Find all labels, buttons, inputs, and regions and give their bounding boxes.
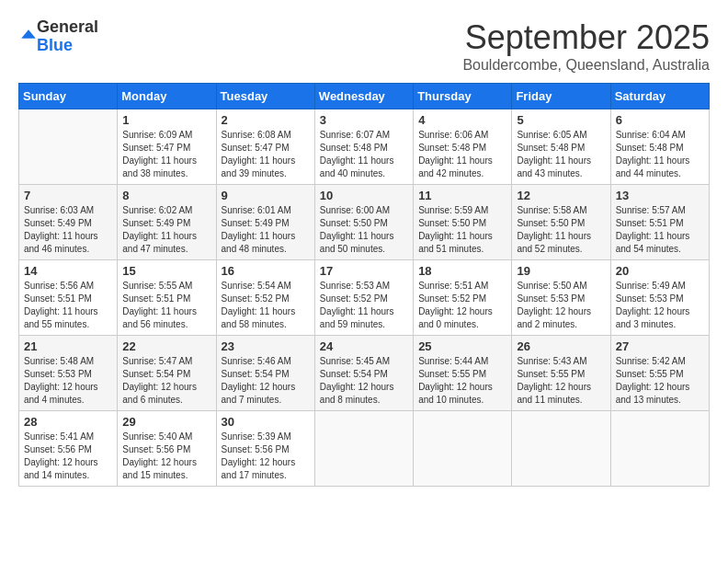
day-info: Sunrise: 5:55 AMSunset: 5:51 PMDaylight:… — [122, 280, 210, 331]
day-number: 24 — [320, 339, 408, 353]
day-number: 28 — [24, 415, 112, 429]
day-info: Sunrise: 5:53 AMSunset: 5:52 PMDaylight:… — [320, 280, 408, 331]
weekday-header-sunday: Sunday — [19, 84, 118, 109]
day-number: 29 — [122, 415, 210, 429]
calendar-cell: 12Sunrise: 5:58 AMSunset: 5:50 PMDayligh… — [512, 185, 610, 260]
calendar-cell: 18Sunrise: 5:51 AMSunset: 5:52 PMDayligh… — [414, 260, 512, 336]
day-number: 22 — [122, 339, 210, 353]
day-number: 6 — [616, 113, 704, 127]
calendar-cell: 27Sunrise: 5:42 AMSunset: 5:55 PMDayligh… — [610, 336, 709, 411]
calendar-cell: 6Sunrise: 6:04 AMSunset: 5:48 PMDaylight… — [610, 109, 709, 185]
day-number: 21 — [24, 339, 112, 353]
calendar-cell: 20Sunrise: 5:49 AMSunset: 5:53 PMDayligh… — [610, 260, 709, 336]
day-number: 13 — [616, 189, 704, 202]
calendar-cell: 10Sunrise: 6:00 AMSunset: 5:50 PMDayligh… — [314, 185, 413, 260]
day-info: Sunrise: 6:02 AMSunset: 5:49 PMDaylight:… — [122, 204, 210, 256]
day-info: Sunrise: 5:51 AMSunset: 5:52 PMDaylight:… — [418, 280, 506, 331]
day-info: Sunrise: 5:50 AMSunset: 5:53 PMDaylight:… — [517, 280, 605, 331]
day-number: 12 — [517, 189, 605, 202]
calendar-cell: 4Sunrise: 6:06 AMSunset: 5:48 PMDaylight… — [414, 109, 512, 185]
day-info: Sunrise: 6:05 AMSunset: 5:48 PMDaylight:… — [517, 129, 605, 180]
day-number: 10 — [320, 189, 408, 202]
calendar-cell — [314, 411, 413, 487]
calendar-cell — [512, 411, 610, 487]
calendar-week-row: 14Sunrise: 5:56 AMSunset: 5:51 PMDayligh… — [19, 260, 710, 336]
calendar-cell: 21Sunrise: 5:48 AMSunset: 5:53 PMDayligh… — [19, 336, 118, 411]
day-number: 23 — [222, 339, 310, 353]
calendar-cell: 5Sunrise: 6:05 AMSunset: 5:48 PMDaylight… — [512, 109, 610, 185]
weekday-header-thursday: Thursday — [414, 84, 512, 109]
weekday-header-saturday: Saturday — [610, 84, 709, 109]
calendar-cell — [19, 109, 118, 185]
calendar-cell: 3Sunrise: 6:07 AMSunset: 5:48 PMDaylight… — [314, 109, 413, 185]
calendar-cell: 16Sunrise: 5:54 AMSunset: 5:52 PMDayligh… — [216, 260, 314, 336]
day-info: Sunrise: 5:42 AMSunset: 5:55 PMDaylight:… — [616, 355, 704, 407]
day-number: 4 — [418, 113, 506, 127]
day-info: Sunrise: 6:06 AMSunset: 5:48 PMDaylight:… — [418, 129, 506, 180]
calendar-cell: 25Sunrise: 5:44 AMSunset: 5:55 PMDayligh… — [414, 336, 512, 411]
day-info: Sunrise: 5:44 AMSunset: 5:55 PMDaylight:… — [418, 355, 506, 407]
day-number: 26 — [517, 339, 605, 353]
calendar-cell: 7Sunrise: 6:03 AMSunset: 5:49 PMDaylight… — [19, 185, 118, 260]
day-number: 2 — [222, 113, 310, 127]
day-info: Sunrise: 6:04 AMSunset: 5:48 PMDaylight:… — [616, 129, 704, 180]
day-number: 7 — [24, 189, 112, 202]
calendar-cell: 14Sunrise: 5:56 AMSunset: 5:51 PMDayligh… — [19, 260, 118, 336]
day-number: 3 — [320, 113, 408, 127]
calendar-week-row: 1Sunrise: 6:09 AMSunset: 5:47 PMDaylight… — [19, 109, 710, 185]
day-number: 1 — [122, 113, 210, 127]
calendar-table: SundayMondayTuesdayWednesdayThursdayFrid… — [18, 83, 710, 487]
day-info: Sunrise: 6:07 AMSunset: 5:48 PMDaylight:… — [320, 129, 408, 180]
calendar-cell: 29Sunrise: 5:40 AMSunset: 5:56 PMDayligh… — [118, 411, 216, 487]
page-header: General Blue September 2025 Bouldercombe… — [18, 18, 710, 74]
weekday-header-monday: Monday — [118, 84, 216, 109]
day-info: Sunrise: 6:09 AMSunset: 5:47 PMDaylight:… — [122, 129, 210, 180]
day-number: 25 — [418, 339, 506, 353]
day-number: 18 — [418, 264, 506, 278]
day-number: 5 — [517, 113, 605, 127]
weekday-header-row: SundayMondayTuesdayWednesdayThursdayFrid… — [19, 84, 710, 109]
calendar-week-row: 7Sunrise: 6:03 AMSunset: 5:49 PMDaylight… — [19, 185, 710, 260]
day-number: 17 — [320, 264, 408, 278]
calendar-cell: 8Sunrise: 6:02 AMSunset: 5:49 PMDaylight… — [118, 185, 216, 260]
calendar-cell: 24Sunrise: 5:45 AMSunset: 5:54 PMDayligh… — [314, 336, 413, 411]
day-info: Sunrise: 5:45 AMSunset: 5:54 PMDaylight:… — [320, 355, 408, 407]
day-info: Sunrise: 5:59 AMSunset: 5:50 PMDaylight:… — [418, 204, 506, 256]
calendar-cell: 15Sunrise: 5:55 AMSunset: 5:51 PMDayligh… — [118, 260, 216, 336]
day-number: 27 — [616, 339, 704, 353]
calendar-week-row: 28Sunrise: 5:41 AMSunset: 5:56 PMDayligh… — [19, 411, 710, 487]
day-number: 30 — [222, 415, 310, 429]
day-info: Sunrise: 6:03 AMSunset: 5:49 PMDaylight:… — [24, 204, 112, 256]
calendar-week-row: 21Sunrise: 5:48 AMSunset: 5:53 PMDayligh… — [19, 336, 710, 411]
calendar-cell — [414, 411, 512, 487]
day-info: Sunrise: 5:41 AMSunset: 5:56 PMDaylight:… — [24, 431, 112, 482]
calendar-cell: 17Sunrise: 5:53 AMSunset: 5:52 PMDayligh… — [314, 260, 413, 336]
logo-general: General — [37, 18, 98, 37]
day-number: 9 — [222, 189, 310, 202]
day-info: Sunrise: 5:43 AMSunset: 5:55 PMDaylight:… — [517, 355, 605, 407]
calendar-cell: 30Sunrise: 5:39 AMSunset: 5:56 PMDayligh… — [216, 411, 314, 487]
calendar-cell: 9Sunrise: 6:01 AMSunset: 5:49 PMDaylight… — [216, 185, 314, 260]
day-info: Sunrise: 5:46 AMSunset: 5:54 PMDaylight:… — [222, 355, 310, 407]
logo-text: General Blue — [37, 18, 98, 55]
day-info: Sunrise: 5:56 AMSunset: 5:51 PMDaylight:… — [24, 280, 112, 331]
calendar-cell: 23Sunrise: 5:46 AMSunset: 5:54 PMDayligh… — [216, 336, 314, 411]
svg-marker-0 — [21, 29, 36, 39]
day-info: Sunrise: 5:58 AMSunset: 5:50 PMDaylight:… — [517, 204, 605, 256]
location-title: Bouldercombe, Queensland, Australia — [462, 57, 710, 74]
day-number: 19 — [517, 264, 605, 278]
day-info: Sunrise: 5:54 AMSunset: 5:52 PMDaylight:… — [222, 280, 310, 331]
day-info: Sunrise: 5:47 AMSunset: 5:54 PMDaylight:… — [122, 355, 210, 407]
title-block: September 2025 Bouldercombe, Queensland,… — [462, 18, 710, 74]
calendar-cell: 26Sunrise: 5:43 AMSunset: 5:55 PMDayligh… — [512, 336, 610, 411]
day-number: 15 — [122, 264, 210, 278]
day-info: Sunrise: 5:48 AMSunset: 5:53 PMDaylight:… — [24, 355, 112, 407]
logo-icon — [20, 29, 37, 45]
day-info: Sunrise: 5:49 AMSunset: 5:53 PMDaylight:… — [616, 280, 704, 331]
month-title: September 2025 — [462, 18, 710, 57]
calendar-cell: 11Sunrise: 5:59 AMSunset: 5:50 PMDayligh… — [414, 185, 512, 260]
day-info: Sunrise: 6:01 AMSunset: 5:49 PMDaylight:… — [222, 204, 310, 256]
logo-blue: Blue — [37, 37, 98, 55]
calendar-cell: 13Sunrise: 5:57 AMSunset: 5:51 PMDayligh… — [610, 185, 709, 260]
day-info: Sunrise: 5:57 AMSunset: 5:51 PMDaylight:… — [616, 204, 704, 256]
